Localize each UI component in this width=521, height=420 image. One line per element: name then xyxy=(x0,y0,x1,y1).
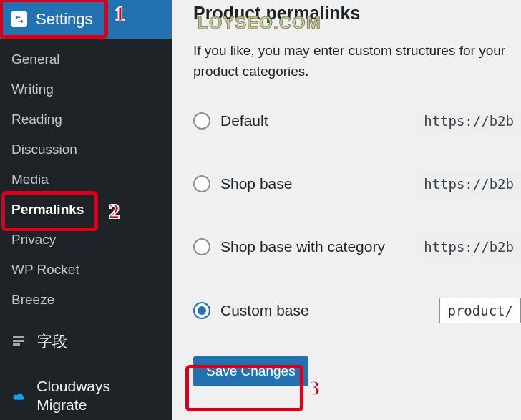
sidebar-item-discussion[interactable]: Discussion xyxy=(0,135,172,165)
option-label: Shop base with category xyxy=(220,238,417,255)
radio-default[interactable] xyxy=(193,112,210,130)
custom-base-input[interactable]: product/ xyxy=(439,298,521,323)
radio-custom-base[interactable] xyxy=(193,302,210,319)
sidebar-item-general[interactable]: General xyxy=(0,44,172,74)
sidebar-item-permalinks[interactable]: Permalinks xyxy=(0,195,172,225)
main-content: LOYSEO.COM Product permalinks If you lik… xyxy=(172,0,521,420)
sidebar-section-cloudways[interactable]: Cloudways Migrate xyxy=(0,361,172,420)
sidebar-section-label: 字段 xyxy=(37,331,67,351)
option-label: Default xyxy=(220,112,417,130)
svg-rect-1 xyxy=(13,340,24,342)
save-button[interactable]: Save Changes xyxy=(193,356,308,386)
radio-shop-base-category[interactable] xyxy=(193,238,210,255)
url-preview: https://b2b xyxy=(417,109,521,133)
sidebar-section-label: Cloudways Migrate xyxy=(36,377,160,415)
permalink-options: Default https://b2b Shop base https://b2… xyxy=(193,109,521,323)
url-preview: https://b2b xyxy=(417,172,521,196)
radio-shop-base[interactable] xyxy=(193,175,210,192)
sidebar-section-fields[interactable]: 字段 xyxy=(0,321,172,361)
sidebar-header-label: Settings xyxy=(36,10,93,29)
svg-rect-0 xyxy=(13,336,24,338)
fields-icon xyxy=(11,334,27,348)
settings-toggle-icon xyxy=(11,11,27,27)
option-shop-base[interactable]: Shop base https://b2b xyxy=(193,172,521,196)
sidebar-item-wp-rocket[interactable]: WP Rocket xyxy=(0,255,172,285)
option-shop-base-category[interactable]: Shop base with category https://b2b xyxy=(193,235,521,259)
sidebar-item-breeze[interactable]: Breeze xyxy=(0,285,172,315)
save-wrapper: Save Changes xyxy=(193,356,521,386)
cloud-icon xyxy=(11,390,26,401)
page-description: If you like, you may enter custom struct… xyxy=(193,41,521,82)
sidebar-item-reading[interactable]: Reading xyxy=(0,104,172,135)
sidebar-item-privacy[interactable]: Privacy xyxy=(0,225,172,255)
svg-rect-2 xyxy=(13,343,20,346)
sidebar-item-media[interactable]: Media xyxy=(0,165,172,195)
sidebar-header-settings[interactable]: Settings xyxy=(0,0,172,39)
option-custom-base[interactable]: Custom base product/ xyxy=(193,298,521,323)
option-default[interactable]: Default https://b2b xyxy=(193,109,521,133)
page-heading: Product permalinks xyxy=(193,3,521,24)
sidebar-submenu: General Writing Reading Discussion Media… xyxy=(0,39,172,321)
option-label: Custom base xyxy=(220,302,439,319)
sidebar-item-writing[interactable]: Writing xyxy=(0,74,172,104)
option-label: Shop base xyxy=(220,175,417,192)
admin-sidebar: Settings General Writing Reading Discuss… xyxy=(0,0,172,420)
url-preview: https://b2b xyxy=(417,235,521,259)
